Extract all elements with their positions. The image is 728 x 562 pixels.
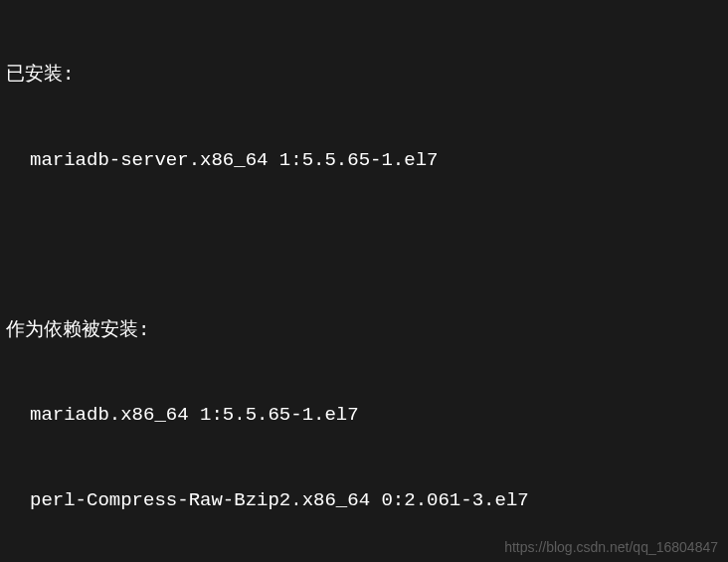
watermark: https://blog.csdn.net/qq_16804847 — [504, 537, 718, 558]
blank-line — [6, 231, 722, 260]
deps-installed-header: 作为依赖被安装: — [6, 316, 722, 345]
package-line: perl-Compress-Raw-Bzip2.x86_64 0:2.061-3… — [6, 486, 722, 515]
package-line: mariadb-server.x86_64 1:5.5.65-1.el7 — [6, 146, 722, 175]
installed-header: 已安装: — [6, 61, 722, 90]
package-line: mariadb.x86_64 1:5.5.65-1.el7 — [6, 401, 722, 430]
terminal-output: 已安装: mariadb-server.x86_64 1:5.5.65-1.el… — [6, 4, 722, 562]
